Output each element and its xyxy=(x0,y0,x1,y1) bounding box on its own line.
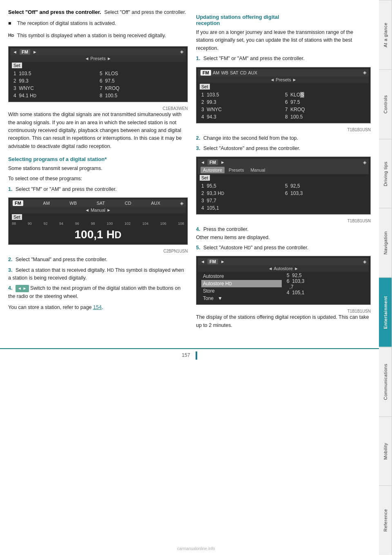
screen-1-set-row: Set xyxy=(10,62,186,69)
r2-s3r xyxy=(283,197,367,204)
left-step-2: 2. Select "Manual" and press the control… xyxy=(8,256,188,264)
screen-r2-caption: T1B1B1USN xyxy=(196,219,371,223)
right-para-end: The display of the stations offering dig… xyxy=(196,313,371,329)
screen-r3-stations: 5 92,5 6 103,3 ,7 4 105,1 xyxy=(285,272,369,303)
screen-r3-autostore-row: ◄ Autostore ► xyxy=(198,265,369,272)
symbol-line-1: ■ The reception of digital stations is a… xyxy=(8,20,188,30)
heading-line-2: reception xyxy=(196,20,220,26)
screen-2-header: FM AM WB SAT CD AUX ◈ xyxy=(10,199,186,207)
left-step-1-num: 1. xyxy=(8,186,12,192)
steps-left-list: 1. Select "FM" or "AM" and press the con… xyxy=(8,186,188,193)
tab-entertainment[interactable]: Entertainment xyxy=(379,278,392,347)
screen-2-icon: ◈ xyxy=(180,201,183,206)
r2-s1l: 1 95,5 xyxy=(200,182,283,190)
left-step-4-num: 4. xyxy=(8,285,12,291)
screen-r2-header: ◄ FM ► ◈ xyxy=(198,159,369,166)
screen-r3-right-arrow: ► xyxy=(218,259,225,264)
screen-2-caption: C2BPN1USN xyxy=(8,249,188,253)
screen-2-bigfreq: 100,1 HD xyxy=(10,226,186,243)
main-content: Select "Off" and press the controller. S… xyxy=(0,0,379,340)
fm-label: FM xyxy=(20,49,30,55)
symbol-line-2: HD This symbol is displayed when a stati… xyxy=(8,32,188,42)
r3-s7: ,7 xyxy=(287,284,367,290)
screen-2-manual: ◄ Manual ► xyxy=(10,207,186,213)
r1-s5r: 5 KLOS xyxy=(283,91,367,98)
screen-2-fm-tab: FM xyxy=(13,200,23,206)
screen-r3-menu: Autostore Autostore HD Store Tone ▼ xyxy=(198,272,285,303)
right-step-1-num: 1. xyxy=(196,56,200,61)
screen-r1-caption: T1B1B1USN xyxy=(196,128,371,132)
updating-stations-heading: Updating stations offering digital recep… xyxy=(196,14,371,26)
screen-r1: FM AM WB SAT CD AUX ◈ ◄ Presets ► Set 1 … xyxy=(196,67,371,123)
menu-store: Store xyxy=(201,287,282,295)
r2-s5r: 5 92,5 xyxy=(283,182,367,190)
screen-2-sat: SAT xyxy=(96,201,105,206)
right-step-2-num: 2. xyxy=(196,135,200,141)
screen-r1-set-row: Set xyxy=(198,83,369,90)
steps-left-list-2: 2. Select "Manual" and press the control… xyxy=(8,256,188,300)
screen-1-header: ◄ FM ► ◈ xyxy=(10,48,186,55)
tab-controls[interactable]: Controls xyxy=(379,69,392,139)
right-steps-list: 1. Select "FM" or "AM" and press the con… xyxy=(196,55,371,63)
tab-driving-tips[interactable]: Driving tips xyxy=(379,139,392,208)
autostore-tab: Autostore xyxy=(200,167,225,173)
step-6-block: Select "Off" and press the controller. S… xyxy=(8,8,188,16)
screen-2-cd: CD xyxy=(125,201,131,206)
screen-r2: ◄ FM ► ◈ Autostore Presets Manual Set 1 … xyxy=(196,157,371,215)
r1-s3l: 3 WNYC xyxy=(200,106,283,113)
station-1-left: 1 103.5 xyxy=(12,70,98,77)
watermark: carmanualonline.info xyxy=(177,546,215,551)
r3-s5: 5 92,5 xyxy=(287,273,367,278)
left-step-1: 1. Select "FM" or "AM" and press the con… xyxy=(8,186,188,193)
screen-r3-content: Autostore Autostore HD Store Tone ▼ 5 92… xyxy=(198,272,369,303)
right-step-2: 2. Change into the second field from the… xyxy=(196,134,371,142)
r2-s4r xyxy=(283,204,367,212)
right-steps-2-3: 2. Change into the second field from the… xyxy=(196,134,371,153)
station-2-left: 2 99.3 xyxy=(12,77,98,85)
screen-r1-icon: ◈ xyxy=(363,70,366,75)
left-step-3: 3. Select a station that is received dig… xyxy=(8,266,188,282)
screen-r2-tabs: Autostore Presets Manual xyxy=(198,166,369,174)
screen-2: FM AM WB SAT CD AUX ◈ ◄ Manual ► Set 889… xyxy=(8,197,188,245)
r3-s4: 4 105,1 xyxy=(287,290,367,295)
right-step-3-text: Select "Autostore" and press the control… xyxy=(203,145,300,151)
r1-s4l: 4 94.3 xyxy=(200,113,283,121)
right-step-5: 5. Select "Autostore HD" and press the c… xyxy=(196,244,371,252)
square-icon: ■ xyxy=(8,20,15,27)
right-step-1-text: Select "FM" or "AM" and press the contro… xyxy=(203,56,305,61)
r2-s6r: 6 103,3 xyxy=(283,190,367,197)
r2-s2l: 2 93,3 HD xyxy=(200,190,283,197)
left-step-4-text: ◄ ► Switch to the next program of the di… xyxy=(8,285,180,299)
screen-2-aux: AUX xyxy=(151,201,160,206)
tab-communications[interactable]: Communications xyxy=(379,347,392,416)
screen-2-set: Set xyxy=(12,214,22,220)
station-8-right: 8 100.5 xyxy=(98,92,184,99)
screen-1-caption: C1EBA3WEN xyxy=(8,106,188,111)
tab-at-a-glance[interactable]: At a glance xyxy=(379,0,392,69)
tab-navigation[interactable]: Navigation xyxy=(379,208,392,278)
right-step-5-text: Select "Autostore HD" and press the cont… xyxy=(203,245,309,251)
left-step-3-num: 3. xyxy=(8,267,12,273)
screen-1-presets: ◄ Presets ► xyxy=(10,55,186,62)
r1-s8r: 8 100.5 xyxy=(283,113,367,121)
r1-s1l: 1 103.5 xyxy=(200,91,283,98)
screen-r1-header: FM AM WB SAT CD AUX ◈ xyxy=(198,69,369,76)
menu-tone: Tone ▼ xyxy=(201,295,282,302)
station-3-left: 3 WNYC xyxy=(12,85,98,92)
menu-autostore-hd: Autostore HD xyxy=(201,280,282,287)
right-step-4: 4. Press the controller.Other menu items… xyxy=(196,226,371,242)
right-step-4-text: Press the controller.Other menu items ar… xyxy=(196,226,270,240)
screen-r1-sat: SAT xyxy=(230,70,238,75)
screen-1-header-icon: ◈ xyxy=(180,49,183,54)
station-4-left: 4 94.1 HD xyxy=(12,92,98,99)
r1-s2l: 2 99.3 xyxy=(200,98,283,106)
screen-r1-cd: CD xyxy=(240,70,247,75)
tab-reference[interactable]: Reference xyxy=(379,486,392,555)
r2-s3l: 3 97,7 xyxy=(200,197,283,204)
left-step-4: 4. ◄ ► Switch to the next program of the… xyxy=(8,284,188,300)
r2-s4l: 4 105,1 xyxy=(200,204,283,212)
screen-r2-left-arrow: ◄ xyxy=(200,160,207,165)
tab-mobility[interactable]: Mobility xyxy=(379,416,392,486)
store-page-link[interactable]: 154 xyxy=(93,304,102,310)
right-step-3: 3. Select "Autostore" and press the cont… xyxy=(196,145,371,152)
